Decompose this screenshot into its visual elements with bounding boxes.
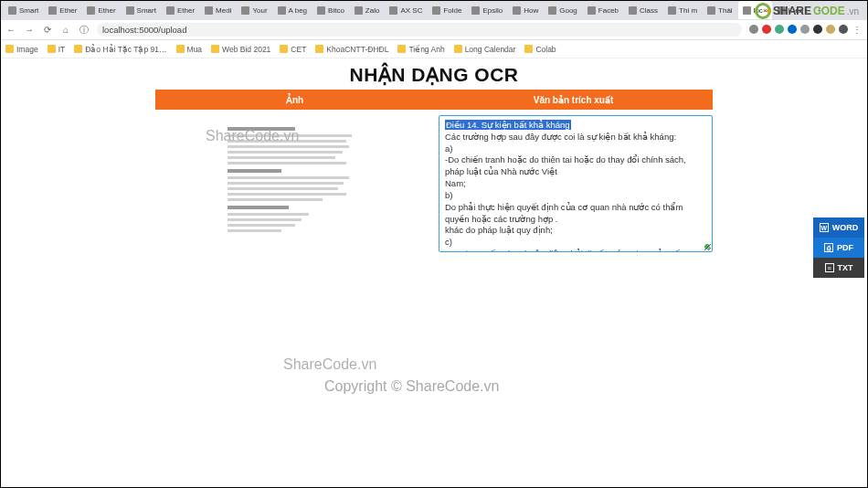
bookmark-label: Image xyxy=(16,45,38,54)
browser-tab[interactable]: Your xyxy=(237,1,271,19)
favicon-icon xyxy=(389,6,397,15)
favicon-icon xyxy=(548,6,556,15)
browser-tab[interactable]: AX SC xyxy=(385,1,427,19)
bookmark-item[interactable]: Colab xyxy=(524,45,556,54)
image-pane xyxy=(155,115,429,252)
bookmark-label: Colab xyxy=(535,45,556,54)
ext-icon[interactable] xyxy=(749,25,758,34)
bookmark-item[interactable]: Web Bid 2021 xyxy=(211,45,270,54)
uploaded-document-thumbnail[interactable] xyxy=(215,115,370,252)
bookmark-item[interactable]: Tiếng Anh xyxy=(397,45,444,54)
ext-icon[interactable] xyxy=(813,25,822,34)
watermark-text: ShareCode.vn xyxy=(283,356,376,373)
export-txt-button[interactable]: ≡ TXT xyxy=(813,258,864,278)
browser-tab[interactable]: Folde xyxy=(428,1,466,19)
browser-tab[interactable]: Smart xyxy=(4,1,43,19)
tab-label: Epsilo xyxy=(482,6,503,15)
logo-text-b: CODE xyxy=(813,5,845,17)
ext-icon[interactable] xyxy=(788,25,797,34)
folder-icon xyxy=(397,45,406,53)
bookmark-item[interactable]: Image xyxy=(5,45,38,54)
browser-tab-strip: SmartEtherEtherSmartEtherMediYourA begBi… xyxy=(0,0,868,20)
tab-label: Smart xyxy=(19,6,38,15)
browser-tab[interactable]: Smart xyxy=(122,1,161,19)
favicon-icon xyxy=(629,6,637,15)
export-word-button[interactable]: W WORD xyxy=(813,217,864,238)
logo-text-c: .vn xyxy=(847,6,859,16)
browser-tab[interactable]: Goog xyxy=(544,1,582,19)
export-word-label: WORD xyxy=(832,223,859,232)
columns-header: Ảnh Văn bản trích xuất xyxy=(155,90,713,110)
col-header-text: Văn bản trích xuất xyxy=(434,90,713,110)
bookmark-item[interactable]: Long Calendar xyxy=(454,45,516,54)
bookmark-label: Mua xyxy=(187,45,203,54)
bookmark-bar: ImageITĐảo Hải Tặc Tập 91…MuaWeb Bid 202… xyxy=(0,40,868,58)
back-icon[interactable]: ← xyxy=(5,25,16,36)
txt-icon: ≡ xyxy=(825,263,834,272)
bookmark-item[interactable]: IT xyxy=(48,45,66,54)
export-pdf-button[interactable]: ⎙ PDF xyxy=(813,238,864,258)
browser-tab[interactable]: A beg xyxy=(273,1,312,19)
browser-tab[interactable]: Thi m xyxy=(663,1,702,19)
ext-icon[interactable] xyxy=(826,25,835,34)
favicon-icon xyxy=(278,6,286,15)
browser-tab[interactable]: Thái xyxy=(703,1,737,19)
favicon-icon xyxy=(205,6,213,15)
browser-tab[interactable]: Class xyxy=(624,1,662,19)
browser-tab[interactable]: How xyxy=(508,1,543,19)
tab-label: Goog xyxy=(559,6,577,15)
favicon-icon xyxy=(471,6,480,15)
browser-tab[interactable]: Ether xyxy=(44,1,81,19)
folder-icon xyxy=(48,45,56,53)
tab-label: Your xyxy=(252,6,267,15)
tab-label: Ether xyxy=(59,6,77,15)
bookmark-item[interactable]: Đảo Hải Tặc Tập 91… xyxy=(74,45,166,54)
pdf-icon: ⎙ xyxy=(824,243,833,252)
extracted-text-area[interactable]: Điều 14. Sự kiện bất khả kháng Các trườn… xyxy=(439,115,713,252)
bookmark-item[interactable]: KhoaCNTT-ĐHĐL xyxy=(315,45,388,54)
tab-label: AX SC xyxy=(400,6,422,15)
extension-icons: ⋮ xyxy=(749,25,863,36)
tab-label: Zalo xyxy=(365,6,380,15)
home-icon[interactable]: ⌂ xyxy=(60,25,71,36)
favicon-icon xyxy=(355,6,363,15)
tab-label: Smart xyxy=(137,6,156,15)
forward-icon[interactable]: → xyxy=(24,25,35,36)
browser-tab[interactable]: Faceb xyxy=(583,1,623,19)
browser-tab[interactable]: Medi xyxy=(200,1,236,19)
export-txt-label: TXT xyxy=(838,263,853,272)
folder-icon xyxy=(74,45,82,53)
reload-icon[interactable]: ⟳ xyxy=(42,25,53,36)
favicon-icon xyxy=(87,6,95,15)
ext-icon[interactable] xyxy=(800,25,810,34)
menu-icon[interactable]: ⋮ xyxy=(852,25,863,36)
browser-tab[interactable]: Bitco xyxy=(312,1,349,19)
bookmark-label: Web Bid 2021 xyxy=(222,45,270,54)
browser-tab[interactable]: Ether xyxy=(82,1,120,19)
bookmark-label: IT xyxy=(58,45,66,54)
browser-tab[interactable]: Ether xyxy=(162,1,199,19)
bookmark-item[interactable]: Mua xyxy=(176,45,203,54)
nav-bar: ← → ⟳ ⌂ ⓘ localhost:5000/upload ⋮ xyxy=(0,20,868,40)
page-content: NHẬN DẠNG OCR Ảnh Văn bản trích xuất xyxy=(0,58,868,252)
sharecode-logo: SHARECODE.vn xyxy=(755,3,859,19)
extracted-line: Do tai nạn, ốm đau thuộc diện phải đi cấ… xyxy=(445,249,706,252)
extracted-line: Các trường hợp sau đây được coi là sự ki… xyxy=(445,132,706,143)
browser-tab[interactable]: Epsilo xyxy=(467,1,507,19)
tab-label: Medi xyxy=(216,6,231,15)
favicon-icon xyxy=(166,6,175,15)
resize-handle-icon[interactable] xyxy=(704,244,710,249)
favicon-icon xyxy=(513,6,521,15)
url-bar[interactable]: localhost:5000/upload xyxy=(97,23,742,37)
bookmark-label: Tiếng Anh xyxy=(408,45,444,54)
ext-icon[interactable] xyxy=(762,25,771,34)
avatar-icon[interactable] xyxy=(839,25,848,34)
bookmark-item[interactable]: CET xyxy=(280,45,306,54)
extracted-line: khác do pháp luật quy định; xyxy=(445,225,706,237)
info-icon[interactable]: ⓘ xyxy=(79,25,90,36)
text-pane: Điều 14. Sự kiện bất khả kháng Các trườn… xyxy=(439,115,713,252)
ext-icon[interactable] xyxy=(775,25,784,34)
tab-label: Thái xyxy=(718,6,733,15)
browser-tab[interactable]: Zalo xyxy=(350,1,385,19)
bookmark-label: KhoaCNTT-ĐHĐL xyxy=(326,45,388,54)
